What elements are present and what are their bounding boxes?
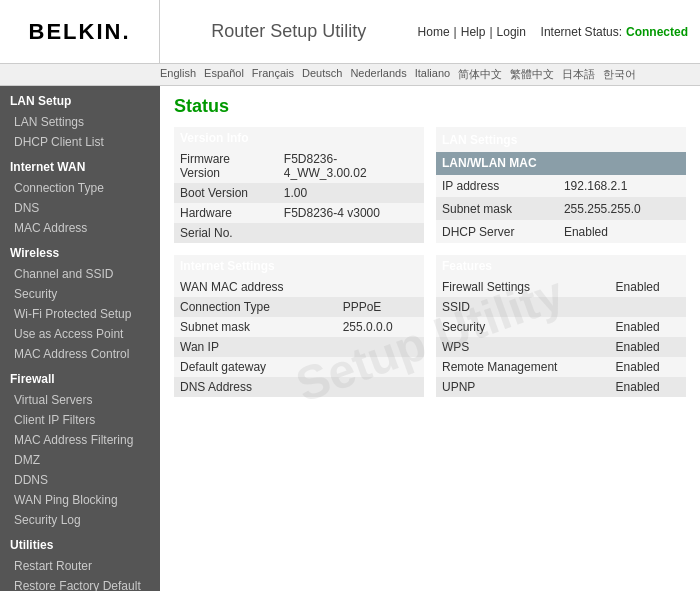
sidebar-section-title: Utilities	[0, 530, 160, 556]
sidebar-section-title: Internet WAN	[0, 152, 160, 178]
sidebar-item[interactable]: DNS	[0, 198, 160, 218]
internet-status-value: Connected	[626, 25, 688, 39]
cell-value	[610, 297, 686, 317]
cell-label: DHCP Server	[436, 220, 558, 243]
language-option[interactable]: English	[160, 67, 196, 82]
cell-value: 255.0.0.0	[337, 317, 424, 337]
cell-label: Remote Management	[436, 357, 610, 377]
cell-label: WPS	[436, 337, 610, 357]
language-option[interactable]: Deutsch	[302, 67, 342, 82]
cell-label: WAN MAC address	[174, 277, 337, 297]
lan-table-header: LAN Settings	[436, 127, 686, 152]
lan-sub-header: LAN/WLAN MAC	[436, 152, 686, 175]
sidebar: LAN SetupLAN SettingsDHCP Client ListInt…	[0, 86, 160, 591]
cell-value	[337, 337, 424, 357]
sidebar-section-title: Wireless	[0, 238, 160, 264]
sidebar-item[interactable]: Security	[0, 284, 160, 304]
sidebar-section-title: LAN Setup	[0, 86, 160, 112]
login-link[interactable]: Login	[497, 25, 526, 39]
language-option[interactable]: 简体中文	[458, 67, 502, 82]
cell-label: IP address	[436, 175, 558, 198]
features-table-header: Features	[436, 255, 686, 277]
cell-label: UPNP	[436, 377, 610, 397]
cell-value: 1.00	[278, 183, 424, 203]
sidebar-item[interactable]: Use as Access Point	[0, 324, 160, 344]
language-option[interactable]: Français	[252, 67, 294, 82]
cell-label: Default gateway	[174, 357, 337, 377]
cell-label: Subnet mask	[436, 197, 558, 220]
title-text: Router Setup Utility	[211, 21, 366, 42]
version-table-header: Version Info	[174, 127, 424, 149]
cell-label: Firewall Settings	[436, 277, 610, 297]
page-title: Status	[174, 96, 686, 117]
cell-value	[278, 223, 424, 243]
logo-area: BELKIN.	[0, 0, 160, 63]
features-table: Features Firewall SettingsEnabledSSIDSec…	[436, 255, 686, 397]
version-table: Version Info Firmware VersionF5D8236-4_W…	[174, 127, 424, 243]
sidebar-item[interactable]: Connection Type	[0, 178, 160, 198]
cell-label: SSID	[436, 297, 610, 317]
cell-label: DNS Address	[174, 377, 337, 397]
language-option[interactable]: 한국어	[603, 67, 636, 82]
belkin-logo: BELKIN.	[29, 19, 131, 45]
language-option[interactable]: Español	[204, 67, 244, 82]
cell-value: F5D8236-4 v3000	[278, 203, 424, 223]
internet-status-label: Internet Status:	[541, 25, 622, 39]
sidebar-item[interactable]: MAC Address Filtering	[0, 430, 160, 450]
home-link[interactable]: Home	[418, 25, 450, 39]
sidebar-item[interactable]: Wi-Fi Protected Setup	[0, 304, 160, 324]
sidebar-item[interactable]: Restore Factory Default	[0, 576, 160, 591]
cell-label: Serial No.	[174, 223, 278, 243]
sidebar-item[interactable]: Channel and SSID	[0, 264, 160, 284]
lan-table: LAN Settings LAN/WLAN MACIP address192.1…	[436, 127, 686, 243]
language-bar: EnglishEspañolFrançaisDeutschNederlandsI…	[0, 64, 700, 86]
cell-value: Enabled	[558, 220, 686, 243]
internet-table: Internet Settings WAN MAC addressConnect…	[174, 255, 424, 397]
content-area: Setup Utility Status Version Info Firmwa…	[160, 86, 700, 591]
app-title: Router Setup Utility	[160, 21, 418, 42]
cell-value: Enabled	[610, 317, 686, 337]
cell-value: F5D8236-4_WW_3.00.02	[278, 149, 424, 183]
sidebar-item[interactable]: Security Log	[0, 510, 160, 530]
header-nav: Home | Help | Login Internet Status: Con…	[418, 25, 700, 39]
cell-label: Wan IP	[174, 337, 337, 357]
language-option[interactable]: Nederlands	[350, 67, 406, 82]
sidebar-section-title: Firewall	[0, 364, 160, 390]
language-option[interactable]: 日本語	[562, 67, 595, 82]
tables-grid: Version Info Firmware VersionF5D8236-4_W…	[174, 127, 686, 397]
sidebar-item[interactable]: DDNS	[0, 470, 160, 490]
sidebar-item[interactable]: MAC Address Control	[0, 344, 160, 364]
cell-label: Boot Version	[174, 183, 278, 203]
cell-value: 192.168.2.1	[558, 175, 686, 198]
cell-value: Enabled	[610, 377, 686, 397]
cell-label: Hardware	[174, 203, 278, 223]
language-option[interactable]: 繁體中文	[510, 67, 554, 82]
sidebar-item[interactable]: DHCP Client List	[0, 132, 160, 152]
cell-label: Firmware Version	[174, 149, 278, 183]
cell-value	[337, 357, 424, 377]
sidebar-item[interactable]: Restart Router	[0, 556, 160, 576]
cell-value: Enabled	[610, 337, 686, 357]
cell-value: Enabled	[610, 357, 686, 377]
cell-value	[337, 377, 424, 397]
cell-value: 255.255.255.0	[558, 197, 686, 220]
sidebar-item[interactable]: WAN Ping Blocking	[0, 490, 160, 510]
internet-table-header: Internet Settings	[174, 255, 424, 277]
sidebar-item[interactable]: DMZ	[0, 450, 160, 470]
cell-value: Enabled	[610, 277, 686, 297]
sidebar-item[interactable]: Client IP Filters	[0, 410, 160, 430]
cell-value	[337, 277, 424, 297]
sidebar-item[interactable]: LAN Settings	[0, 112, 160, 132]
cell-value: PPPoE	[337, 297, 424, 317]
language-option[interactable]: Italiano	[415, 67, 450, 82]
cell-label: Security	[436, 317, 610, 337]
sidebar-item[interactable]: MAC Address	[0, 218, 160, 238]
cell-label: Connection Type	[174, 297, 337, 317]
help-link[interactable]: Help	[461, 25, 486, 39]
cell-label: Subnet mask	[174, 317, 337, 337]
sidebar-item[interactable]: Virtual Servers	[0, 390, 160, 410]
